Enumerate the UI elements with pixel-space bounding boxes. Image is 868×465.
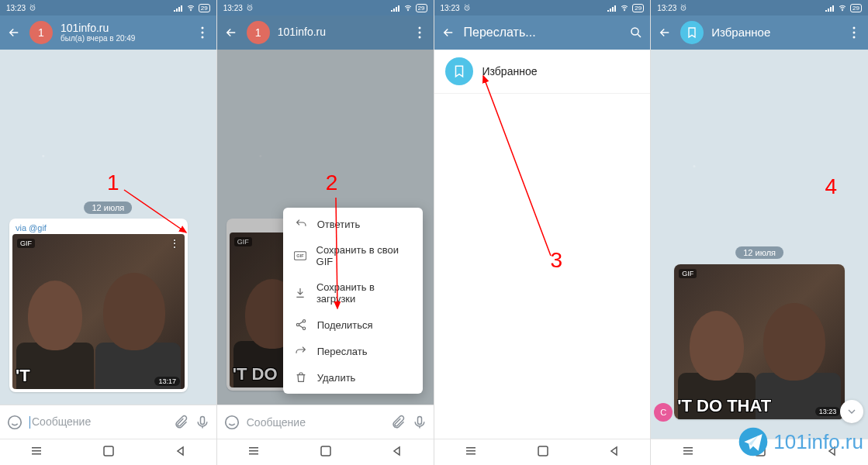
emoji-icon[interactable] bbox=[6, 414, 23, 431]
menu-delete[interactable]: Удалить bbox=[283, 364, 423, 391]
menu-reply[interactable]: Ответить bbox=[283, 211, 423, 237]
svg-point-3 bbox=[201, 32, 203, 34]
svg-point-39 bbox=[853, 27, 856, 29]
more-button[interactable] bbox=[846, 25, 862, 40]
svg-point-30 bbox=[624, 10, 625, 11]
gif-attachment[interactable]: GIF 'T DO THAT 13:23 bbox=[674, 264, 845, 419]
saved-avatar[interactable] bbox=[680, 21, 704, 44]
more-button[interactable] bbox=[195, 25, 210, 40]
forward-item-saved[interactable]: Избранное bbox=[434, 50, 651, 94]
svg-point-4 bbox=[201, 36, 203, 39]
svg-point-40 bbox=[853, 32, 856, 34]
more-button[interactable] bbox=[412, 25, 427, 40]
alarm-icon bbox=[246, 4, 254, 12]
chat-header: 1 101info.ru bbox=[217, 16, 434, 50]
status-bar: 13:23 29 bbox=[217, 0, 434, 16]
nav-menu-icon[interactable] bbox=[682, 445, 694, 460]
svg-rect-35 bbox=[538, 446, 548, 456]
message-input[interactable]: Сообщение bbox=[247, 416, 384, 429]
message-input[interactable]: Сообщение bbox=[29, 415, 167, 429]
menu-share[interactable]: Поделиться bbox=[283, 312, 423, 338]
svg-point-14 bbox=[418, 27, 420, 29]
svg-point-5 bbox=[9, 415, 22, 429]
back-button[interactable] bbox=[657, 25, 673, 40]
back-button[interactable] bbox=[441, 25, 456, 40]
back-button[interactable] bbox=[6, 25, 22, 40]
svg-point-31 bbox=[631, 28, 638, 35]
emoji-icon[interactable] bbox=[223, 414, 240, 431]
sender-avatar[interactable]: C bbox=[654, 403, 673, 422]
nav-back-icon[interactable] bbox=[609, 446, 620, 460]
status-time: 13:23 bbox=[441, 4, 460, 12]
scroll-down-button[interactable] bbox=[840, 400, 863, 423]
android-nav-bar bbox=[217, 439, 434, 465]
svg-rect-6 bbox=[200, 416, 204, 424]
nav-home-icon[interactable] bbox=[320, 446, 331, 460]
panel-1: 13:23 29 1 101info.ru был(а) вчера в 20:… bbox=[0, 0, 217, 465]
svg-rect-10 bbox=[104, 446, 113, 456]
nav-home-icon[interactable] bbox=[538, 446, 548, 460]
status-bar: 13:23 29 bbox=[434, 0, 651, 16]
menu-save-downloads[interactable]: Сохранить в загрузки bbox=[283, 274, 423, 312]
svg-rect-33 bbox=[466, 450, 475, 452]
gif-attachment[interactable]: GIF ⋮ 'T 13:17 bbox=[12, 234, 185, 389]
trash-icon bbox=[294, 371, 308, 384]
menu-save-gif[interactable]: GIF Сохранить в свои GIF bbox=[283, 237, 423, 274]
message-bubble[interactable]: GIF 'T DO THAT 13:23 bbox=[674, 264, 845, 419]
chat-title-block[interactable]: 101info.ru был(а) вчера в 20:49 bbox=[61, 22, 187, 43]
chat-title: 101info.ru bbox=[61, 22, 187, 34]
chat-title-block[interactable]: 101info.ru bbox=[278, 26, 404, 38]
message-bubble[interactable]: via @gif GIF ⋮ 'T 13:17 bbox=[9, 219, 188, 392]
saved-avatar bbox=[445, 57, 473, 85]
nav-menu-icon[interactable] bbox=[465, 445, 477, 460]
nav-home-icon[interactable] bbox=[103, 446, 114, 460]
panel-3: 13:23 29 Переслать... Избранное bbox=[434, 0, 652, 465]
alarm-icon bbox=[463, 4, 471, 12]
forward-list[interactable]: Избранное bbox=[434, 50, 651, 439]
share-icon bbox=[294, 319, 308, 331]
svg-point-16 bbox=[418, 36, 420, 39]
mic-icon[interactable] bbox=[412, 415, 427, 430]
status-bar: 13:23 29 bbox=[651, 0, 868, 16]
status-time: 13:23 bbox=[657, 4, 676, 12]
chat-avatar[interactable]: 1 bbox=[247, 21, 270, 44]
nav-home-icon[interactable] bbox=[755, 446, 766, 460]
nav-menu-icon[interactable] bbox=[247, 445, 260, 460]
svg-rect-32 bbox=[466, 447, 475, 449]
svg-rect-34 bbox=[466, 453, 475, 455]
mic-icon[interactable] bbox=[195, 415, 210, 430]
message-options-icon[interactable]: ⋮ bbox=[169, 237, 180, 250]
date-chip: 12 июля bbox=[84, 202, 132, 214]
nav-back-icon[interactable] bbox=[175, 446, 186, 460]
reply-icon bbox=[294, 218, 308, 230]
svg-point-2 bbox=[201, 27, 203, 29]
nav-back-icon[interactable] bbox=[827, 446, 838, 460]
wifi-icon bbox=[620, 4, 629, 12]
attach-icon[interactable] bbox=[173, 415, 188, 430]
android-nav-bar bbox=[651, 439, 868, 465]
back-button[interactable] bbox=[223, 25, 239, 40]
nav-menu-icon[interactable] bbox=[30, 445, 43, 460]
svg-rect-23 bbox=[417, 416, 421, 424]
svg-rect-26 bbox=[249, 453, 258, 455]
chat-body[interactable]: 12 июля GIF 'T DO THAT 13:23 C bbox=[651, 50, 868, 439]
forward-title: Переслать... bbox=[464, 26, 621, 40]
nav-back-icon[interactable] bbox=[392, 446, 403, 460]
svg-point-38 bbox=[842, 10, 843, 11]
search-button[interactable] bbox=[628, 25, 644, 40]
chat-avatar[interactable]: 1 bbox=[29, 21, 53, 44]
menu-forward[interactable]: Переслать bbox=[283, 338, 423, 364]
signal-icon bbox=[607, 4, 617, 12]
svg-rect-27 bbox=[321, 446, 330, 456]
date-chip: 12 июля bbox=[735, 246, 783, 259]
svg-point-15 bbox=[418, 32, 420, 34]
svg-rect-8 bbox=[32, 450, 41, 452]
wifi-icon bbox=[186, 4, 195, 12]
chat-body[interactable]: GIF 'T DO 13:17 Ответить GIF Сохранить в… bbox=[217, 50, 434, 405]
gif-icon: GIF bbox=[294, 251, 307, 260]
battery-icon: 29 bbox=[416, 4, 427, 12]
saved-title: Избранное bbox=[711, 26, 839, 40]
svg-point-22 bbox=[226, 415, 239, 429]
attach-icon[interactable] bbox=[390, 415, 406, 430]
chat-body[interactable]: 12 июля via @gif GIF ⋮ 'T 13:17 bbox=[0, 50, 216, 405]
